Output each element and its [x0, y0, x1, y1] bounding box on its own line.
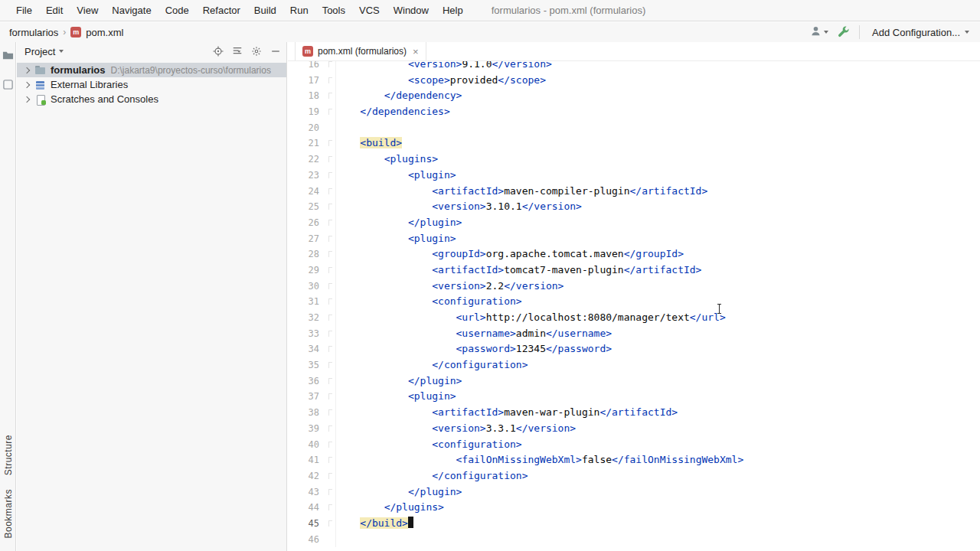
code-text: <plugin>: [336, 231, 456, 247]
code-line-30[interactable]: 30 <version>2.2</version>: [288, 279, 980, 295]
code-text: <configuration>: [336, 294, 522, 310]
code-line-38[interactable]: 38 <artifactId>maven-war-plugin</artifac…: [288, 405, 980, 421]
code-line-24[interactable]: 24 <artifactId>maven-compiler-plugin</ar…: [288, 184, 980, 200]
window-title: formularios - pom.xml (formularios): [492, 5, 646, 16]
close-icon[interactable]: ×: [413, 47, 419, 57]
gutter-mark-icon: [328, 109, 332, 115]
code-line-19[interactable]: 19 </dependencies>: [288, 104, 980, 120]
line-number: 46: [288, 532, 335, 548]
tree-item-formularios[interactable]: formulariosD:\jakarta9\proyectos-curso\f…: [17, 63, 286, 77]
project-panel-title[interactable]: Project: [24, 46, 55, 57]
gutter-mark-icon: [328, 315, 332, 321]
chevron-down-icon: [824, 31, 828, 34]
menu-item-edit[interactable]: Edit: [39, 0, 70, 21]
menu-item-navigate[interactable]: Navigate: [105, 0, 158, 21]
code-line-22[interactable]: 22 <plugins>: [288, 152, 980, 168]
code-text: <url>http://localhost:8080/manager/text<…: [336, 310, 726, 326]
gutter-mark-icon: [328, 489, 332, 495]
tree-item-label: External Libraries: [51, 79, 128, 90]
tree-item-external-libraries[interactable]: External Libraries: [17, 77, 286, 92]
code-line-17[interactable]: 17 <scope>provided</scope>: [288, 73, 980, 89]
expand-chevron-icon[interactable]: [24, 96, 30, 102]
menu-item-tools[interactable]: Tools: [315, 0, 352, 21]
menu-bar: FileEditViewNavigateCodeRefactorBuildRun…: [0, 0, 980, 21]
code-line-36[interactable]: 36 </plugin>: [288, 373, 980, 390]
tab-pom-xml[interactable]: m pom.xml (formularios) ×: [295, 42, 426, 60]
code-line-42[interactable]: 42 </configuration>: [288, 468, 980, 484]
code-line-33[interactable]: 33 <username>admin</username>: [288, 326, 980, 342]
stripe-bottom-labels: Structure Bookmarks: [0, 435, 16, 539]
code-line-20[interactable]: 20: [288, 120, 980, 136]
breadcrumb-file[interactable]: pom.xml: [86, 27, 123, 38]
project-tool-icon[interactable]: [2, 50, 14, 61]
gutter-mark-icon: [328, 457, 332, 463]
code-line-25[interactable]: 25 <version>3.10.1</version>: [288, 199, 980, 215]
commit-tool-icon[interactable]: [2, 79, 14, 90]
breadcrumb-project[interactable]: formularios: [9, 27, 58, 38]
menu-item-code[interactable]: Code: [158, 0, 196, 21]
code-editor[interactable]: 16 <version>9.1.0</version>17 <scope>pro…: [288, 61, 980, 551]
menu-item-vcs[interactable]: VCS: [352, 0, 387, 21]
tool-label-structure[interactable]: Structure: [3, 435, 14, 475]
mouse-ibeam-cursor: [719, 304, 720, 314]
expand-chevron-icon[interactable]: [24, 67, 30, 73]
menu-item-file[interactable]: File: [9, 0, 39, 21]
code-line-45[interactable]: 45 </build>: [288, 516, 980, 532]
code-line-41[interactable]: 41 <failOnMissingWebXml>false</failOnMis…: [288, 452, 980, 468]
code-line-18[interactable]: 18 </dependency>: [288, 88, 980, 104]
code-text: <username>admin</username>: [336, 326, 612, 342]
code-line-28[interactable]: 28 <groupId>org.apache.tomcat.maven</gro…: [288, 246, 980, 262]
code-text: </plugin>: [336, 484, 462, 500]
gutter-mark-icon: [328, 378, 332, 384]
tree-item-scratches-and-consoles[interactable]: Scratches and Consoles: [17, 92, 286, 106]
gutter-mark-icon: [328, 298, 332, 305]
code-line-37[interactable]: 37 <plugin>: [288, 389, 980, 405]
setup-wrench-button[interactable]: [838, 25, 850, 40]
menu-item-run[interactable]: Run: [283, 0, 315, 21]
maven-file-icon: m: [70, 27, 81, 37]
gutter-mark-icon: [328, 425, 332, 432]
code-line-35[interactable]: 35 </configuration>: [288, 357, 980, 373]
code-line-34[interactable]: 34 <password>12345</password>: [288, 341, 980, 357]
expand-chevron-icon[interactable]: [24, 81, 30, 87]
editor-tab-bar: m pom.xml (formularios) ×: [288, 42, 980, 61]
menu-item-help[interactable]: Help: [436, 0, 470, 21]
editor-pane: m pom.xml (formularios) × 16 <version>9.…: [288, 42, 980, 551]
gutter-mark-icon: [328, 61, 332, 67]
gutter-mark-icon: [328, 267, 332, 273]
code-line-26[interactable]: 26 </plugin>: [288, 215, 980, 231]
code-text: <configuration>: [336, 437, 522, 453]
code-line-29[interactable]: 29 <artifactId>tomcat7-maven-plugin</art…: [288, 262, 980, 279]
profile-button[interactable]: [810, 25, 828, 39]
code-line-31[interactable]: 31 <configuration>: [288, 294, 980, 310]
code-line-23[interactable]: 23 <plugin>: [288, 168, 980, 184]
gutter-mark-icon: [328, 473, 332, 479]
code-line-32[interactable]: 32 <url>http://localhost:8080/manager/te…: [288, 310, 980, 326]
code-line-44[interactable]: 44 </plugins>: [288, 500, 980, 516]
libraries-icon: [34, 80, 46, 90]
chevron-right-icon: ›: [63, 27, 66, 37]
menu-item-window[interactable]: Window: [387, 0, 436, 21]
collapse-all-icon[interactable]: [231, 45, 243, 57]
menu-item-view[interactable]: View: [70, 0, 105, 21]
tool-label-bookmarks[interactable]: Bookmarks: [3, 489, 14, 539]
code-line-46[interactable]: 46: [288, 532, 980, 548]
code-line-27[interactable]: 27 <plugin>: [288, 231, 980, 247]
code-text: <version>9.1.0</version>: [336, 61, 552, 73]
hide-panel-icon[interactable]: [270, 45, 282, 57]
menu-item-refactor[interactable]: Refactor: [196, 0, 247, 21]
menu-item-build[interactable]: Build: [247, 0, 283, 21]
chevron-down-icon[interactable]: [59, 50, 64, 53]
add-configuration-button[interactable]: Add Configuration...: [869, 25, 972, 40]
breadcrumb: formularios › m pom.xml: [9, 27, 123, 38]
settings-gear-icon[interactable]: [250, 45, 263, 57]
code-line-21[interactable]: 21 <build>: [288, 135, 980, 152]
chevron-down-icon: [965, 31, 969, 34]
matched-tag-highlight: </build>: [360, 517, 408, 529]
code-line-16[interactable]: 16 <version>9.1.0</version>: [288, 61, 980, 73]
locate-file-icon[interactable]: [212, 45, 224, 57]
code-line-39[interactable]: 39 <version>3.3.1</version>: [288, 421, 980, 437]
code-line-43[interactable]: 43 </plugin>: [288, 484, 980, 500]
code-line-40[interactable]: 40 <configuration>: [288, 437, 980, 453]
gutter-mark-icon: [328, 172, 332, 178]
